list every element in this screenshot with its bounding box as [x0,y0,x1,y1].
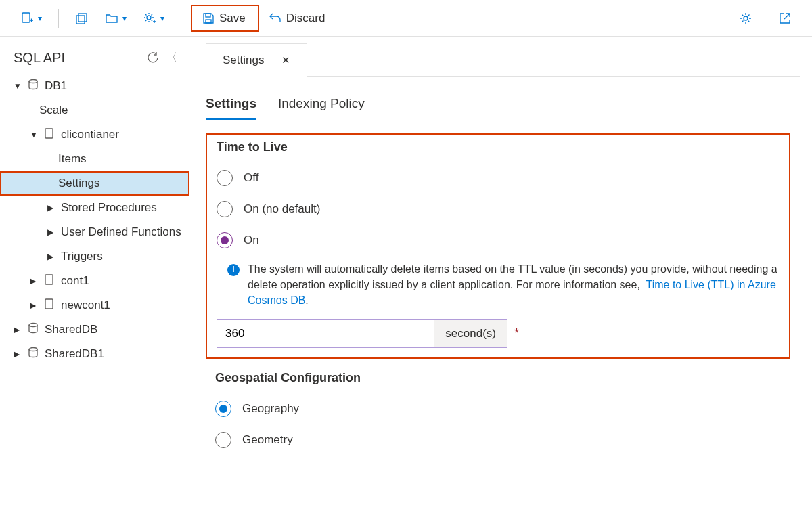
tree-newcont1[interactable]: ▶ newcont1 [0,293,189,317]
database-icon [27,322,39,338]
svg-point-11 [29,323,37,326]
radio-icon[interactable] [217,201,233,217]
ttl-option-on-no-default[interactable]: On (no default) [217,194,780,225]
folder-icon [105,12,118,25]
radio-label: Geography [242,402,299,416]
ttl-unit-label: second(s) [434,320,507,347]
popout-button[interactable] [771,7,798,29]
tree-items[interactable]: Items [0,147,189,171]
tree-settings[interactable]: Settings [0,171,189,196]
tree-stored-procedures[interactable]: ▶ Stored Procedures [0,196,189,220]
container-icon [43,127,55,143]
stack-button[interactable] [68,7,95,29]
ttl-input-row: second(s) * [217,319,780,348]
radio-label: Off [244,171,258,185]
radio-icon[interactable] [217,170,233,186]
caret-right-icon: ▶ [47,203,57,213]
tree-label: Items [58,152,87,166]
settings-dropdown-button[interactable]: ▾ [136,7,171,29]
doc-tab-settings[interactable]: Settings ✕ [206,43,307,77]
tree-udf[interactable]: ▶ User Defined Functions [0,220,189,244]
container-icon [43,273,55,289]
geo-option-geometry[interactable]: Geometry [215,424,781,456]
tree-shareddb[interactable]: ▶ SharedDB [0,317,189,342]
save-icon [202,12,215,25]
caret-right-icon: ▶ [30,276,39,286]
doc-tab-label: Settings [223,53,264,67]
tree-triggers[interactable]: ▶ Triggers [0,244,189,269]
tree-label: Scale [39,104,68,117]
settings-content: Settings Indexing Policy Time to Live Of… [196,77,800,481]
ttl-option-off[interactable]: Off [217,162,780,194]
tree-db1[interactable]: ▼ DB1 [0,74,189,98]
sidebar-header: SQL API 〈 [0,43,189,74]
svg-rect-8 [45,129,53,138]
radio-icon[interactable] [217,232,233,248]
tree-label: Stored Procedures [61,201,157,215]
ttl-input-wrap: second(s) [217,319,508,348]
svg-rect-5 [206,20,211,23]
geo-section: Geospatial Configuration Geography Geome… [206,371,790,456]
undo-icon [269,12,282,25]
caret-down-icon: ▼ [30,130,39,139]
sub-tabs: Settings Indexing Policy [206,92,790,120]
tree-scale[interactable]: Scale [0,98,189,123]
tree-label: User Defined Functions [61,225,181,239]
svg-rect-9 [45,275,53,284]
main-content: Settings ✕ Settings Indexing Policy Time… [189,37,812,509]
new-item-button[interactable]: ▾ [14,7,49,29]
ttl-title: Time to Live [217,140,780,154]
discard-button[interactable]: Discard [262,7,332,29]
ttl-value-input[interactable] [217,320,434,347]
tree-label: clicontianer [61,128,119,141]
tree-cont1[interactable]: ▶ cont1 [0,269,189,293]
geo-option-geography[interactable]: Geography [215,393,781,424]
ttl-option-on[interactable]: On [217,225,780,256]
radio-label: Geometry [242,433,293,447]
save-button[interactable]: Save [195,7,252,29]
required-asterisk: * [514,326,519,340]
gear-plus-icon [143,12,156,25]
stack-icon [75,12,89,25]
tree-label: cont1 [61,274,89,288]
resource-tree: ▼ DB1 Scale ▼ clicontianer Items Setting… [0,74,189,366]
sidebar-title: SQL API [14,50,65,66]
geo-title: Geospatial Configuration [215,371,781,385]
new-document-icon [20,12,34,25]
separator [181,9,181,28]
svg-point-7 [29,79,37,83]
refresh-icon[interactable] [146,51,158,66]
caret-right-icon: ▶ [14,325,23,334]
tree-label: Settings [58,177,99,190]
tree-label: DB1 [45,79,67,93]
folder-button[interactable]: ▾ [98,7,133,29]
subtab-indexing[interactable]: Indexing Policy [278,92,365,120]
svg-point-6 [744,16,748,20]
gear-icon [739,12,752,25]
collapse-icon[interactable]: 〈 [166,51,177,66]
caret-right-icon: ▶ [30,301,39,310]
close-icon[interactable]: ✕ [281,54,290,66]
toolbar: ▾ ▾ ▾ Save Discard [0,0,812,37]
radio-icon[interactable] [215,432,231,448]
gear-button[interactable] [732,7,759,29]
svg-rect-4 [206,14,210,17]
workspace: SQL API 〈 ▼ DB1 Scale ▼ clicontianer Ite… [0,37,812,509]
radio-icon[interactable] [215,401,231,417]
ttl-info-text: The system will automatically delete ite… [248,261,780,309]
save-highlight-box: Save [191,5,259,32]
sidebar-header-actions: 〈 [146,51,177,66]
separator [58,9,59,28]
subtab-settings[interactable]: Settings [206,92,256,120]
radio-label: On (no default) [244,202,320,216]
tree-label: SharedDB1 [45,347,104,361]
tree-container[interactable]: ▼ clicontianer [0,123,189,147]
sidebar: SQL API 〈 ▼ DB1 Scale ▼ clicontianer Ite… [0,37,189,509]
save-label: Save [219,12,246,25]
caret-down-icon: ▼ [14,81,23,91]
svg-rect-2 [78,14,87,22]
tree-shareddb1[interactable]: ▶ SharedDB1 [0,342,189,366]
document-tabs: Settings ✕ [206,43,800,77]
tree-label: Triggers [61,250,103,263]
chevron-down-icon: ▾ [122,14,127,23]
